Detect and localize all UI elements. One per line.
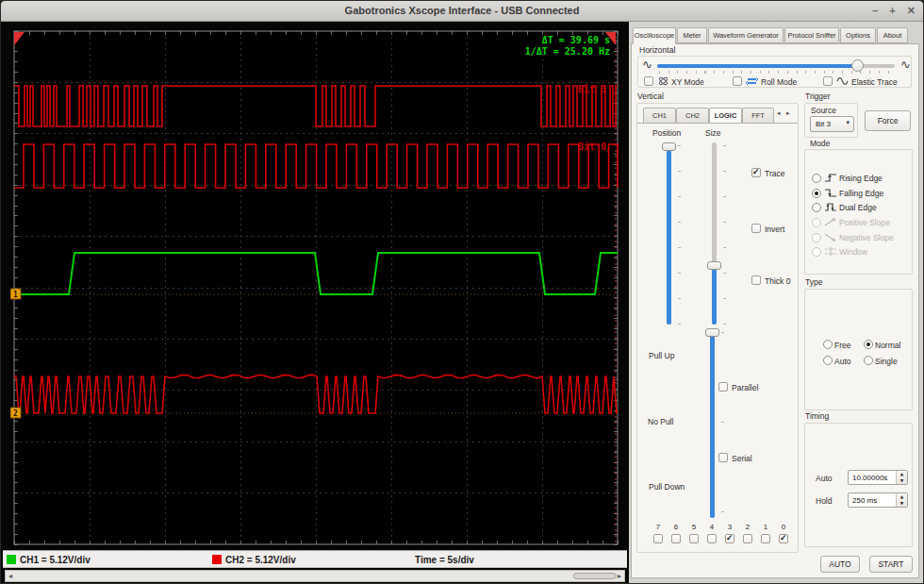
- tab-scroll-left-icon[interactable]: ◂: [777, 109, 781, 117]
- type-single-radio[interactable]: [864, 356, 873, 365]
- position-slider-handle[interactable]: [662, 142, 676, 151]
- bit0-trace-label: Bit 0: [578, 142, 606, 152]
- bit1-label: 1: [760, 523, 771, 531]
- serial-label: Serial: [732, 454, 752, 463]
- bit7-checkbox[interactable]: [653, 534, 663, 543]
- window-radio[interactable]: [812, 247, 821, 257]
- timing-group-label: Timing: [805, 411, 829, 421]
- bit3-label: 3: [724, 523, 735, 531]
- tab-protocol-sniffer[interactable]: Protocol Sniffer: [784, 27, 839, 43]
- size-slider-fill: [712, 269, 717, 325]
- pull-slider[interactable]: [710, 328, 715, 518]
- no-pull-label: No Pull: [648, 417, 673, 426]
- timing-auto-spinbox[interactable]: 10.00000s ▲▼: [848, 470, 908, 485]
- app-window: Gabotronics Xscope Interface - USB Conne…: [0, 0, 924, 584]
- invert-checkbox[interactable]: [751, 224, 761, 233]
- size-slider[interactable]: [712, 142, 717, 325]
- force-button[interactable]: Force: [865, 110, 911, 131]
- horizontal-group-label: Horizontal: [639, 45, 675, 55]
- trigger-mode-group: Rising Edge Falling Edge Dual Edge Posit…: [804, 149, 913, 275]
- bit4-checkbox[interactable]: [707, 534, 717, 543]
- maximize-button[interactable]: +: [889, 5, 895, 17]
- bit2-label: 2: [742, 523, 753, 531]
- bit3-checkbox[interactable]: [725, 534, 734, 543]
- bit3-trace-label: Bit 3: [578, 84, 606, 94]
- window-label: Window: [839, 247, 867, 257]
- size-label: Size: [705, 128, 721, 138]
- parallel-label: Parallel: [732, 383, 758, 392]
- trigger-type-group: Free Normal Auto Single: [804, 289, 913, 410]
- start-button[interactable]: START: [869, 556, 913, 573]
- vertical-tab-ch2[interactable]: CH2: [676, 108, 709, 124]
- bit2-checkbox[interactable]: [743, 534, 752, 543]
- pull-slider-handle[interactable]: [705, 328, 719, 337]
- bit6-label: 6: [670, 523, 682, 531]
- bit5-checkbox[interactable]: [689, 534, 699, 543]
- vertical-group: CH1 CH2 LOGIC FFT ◂ ▸ Position Size: [636, 103, 799, 553]
- serial-checkbox[interactable]: [718, 453, 728, 462]
- auto-button[interactable]: AUTO: [820, 556, 860, 573]
- pull-down-label: Pull Down: [649, 482, 685, 492]
- vertical-tab-ch1[interactable]: CH1: [643, 108, 676, 124]
- bit0-checkbox[interactable]: [779, 534, 788, 543]
- bit0-label: 0: [778, 523, 789, 531]
- timing-hold-label: Hold: [816, 496, 832, 506]
- horizontal-scrollbar[interactable]: ◂ ▸: [5, 570, 625, 582]
- trace-checkbox[interactable]: [751, 168, 761, 177]
- type-free-radio[interactable]: [823, 340, 833, 349]
- negative-slope-label: Negative Slope: [839, 233, 894, 242]
- window-title: Gabotronics Xscope Interface - USB Conne…: [1, 5, 923, 16]
- roll-mode-icon: [746, 76, 758, 86]
- size-slider-ticks: [723, 145, 726, 325]
- pull-slider-fill: [710, 336, 715, 518]
- xy-mode-checkbox[interactable]: [644, 76, 653, 86]
- scope-region: Bit 3Bit 0ΔT = 39.69 s1/ΔT = 25.20 Hz12 …: [1, 22, 629, 584]
- tab-meter[interactable]: Meter: [677, 27, 707, 43]
- vertical-tab-fft[interactable]: FFT: [742, 108, 774, 124]
- elastic-trace-checkbox[interactable]: [823, 76, 833, 86]
- size-slider-handle[interactable]: [707, 261, 721, 270]
- spin-arrows-icon[interactable]: ▲▼: [896, 471, 907, 484]
- dual-edge-radio[interactable]: [812, 203, 821, 212]
- vertical-tab-logic[interactable]: LOGIC: [709, 108, 742, 124]
- timing-auto-label: Auto: [816, 474, 833, 483]
- tab-waveform-generator[interactable]: Waveform Generator: [708, 27, 784, 43]
- close-button[interactable]: ✕: [907, 5, 916, 17]
- bit6-checkbox[interactable]: [671, 534, 681, 543]
- scroll-right-icon[interactable]: ▸: [618, 572, 621, 581]
- bit5-label: 5: [688, 523, 700, 531]
- window-icon: [824, 246, 837, 257]
- scrollbar-thumb[interactable]: [573, 573, 617, 579]
- tab-oscilloscope[interactable]: Oscilloscope: [633, 27, 676, 44]
- trigger-source-dropdown[interactable]: Bit 3 ▾: [810, 116, 854, 132]
- dual-edge-icon: [824, 202, 837, 212]
- thick0-checkbox[interactable]: [751, 275, 761, 285]
- positive-slope-label: Positive Slope: [839, 218, 890, 227]
- position-slider[interactable]: [667, 142, 671, 325]
- tab-scroll-right-icon[interactable]: ▸: [786, 109, 790, 117]
- rising-edge-radio[interactable]: [812, 174, 821, 183]
- type-normal-radio[interactable]: [864, 340, 873, 349]
- tab-about[interactable]: About: [877, 27, 908, 43]
- tab-options[interactable]: Options: [840, 27, 876, 43]
- oscilloscope-display[interactable]: Bit 3Bit 0ΔT = 39.69 s1/ΔT = 25.20 Hz12: [10, 29, 621, 546]
- type-auto-radio[interactable]: [823, 356, 833, 365]
- bit1-checkbox[interactable]: [761, 534, 770, 543]
- scope-status-bar: CH1 = 5.12V/div CH2 = 5.12V/div Time = 5…: [3, 550, 627, 568]
- positive-slope-radio[interactable]: [812, 218, 821, 227]
- rising-edge-label: Rising Edge: [839, 174, 883, 183]
- scroll-left-icon[interactable]: ◂: [8, 572, 12, 581]
- trace-label: Trace: [765, 169, 784, 178]
- horizontal-group: ∿ ∿ XY Mode Roll Mode: [637, 56, 912, 88]
- title-bar: Gabotronics Xscope Interface - USB Conne…: [1, 1, 923, 22]
- elastic-trace-label: Elastic Trace: [851, 77, 898, 87]
- negative-slope-radio[interactable]: [812, 233, 821, 242]
- parallel-checkbox[interactable]: [718, 382, 728, 392]
- minimize-button[interactable]: –: [872, 5, 878, 17]
- roll-mode-checkbox[interactable]: [733, 76, 742, 86]
- timing-hold-spinbox[interactable]: 250 ms ▲▼: [848, 492, 908, 508]
- falling-edge-radio[interactable]: [812, 189, 821, 198]
- bit4-label: 4: [706, 523, 718, 531]
- spin-arrows-icon[interactable]: ▲▼: [896, 493, 907, 507]
- ch2-marker-number: 2: [13, 409, 18, 418]
